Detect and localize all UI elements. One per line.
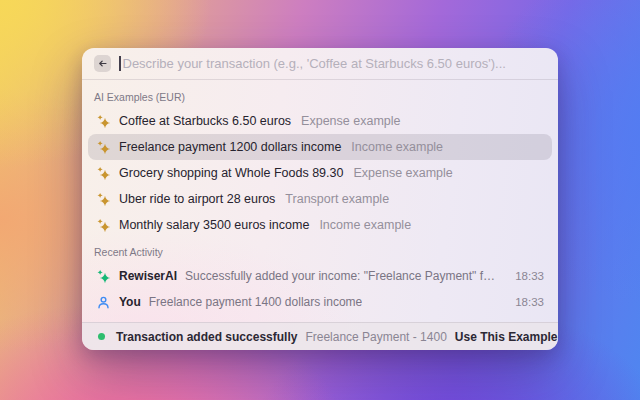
results-list: AI Examples (EUR) Coffee at Starbucks 6.… bbox=[82, 80, 558, 322]
activity-message: Successfully added your income: "Freelan… bbox=[185, 269, 499, 283]
list-item-uber[interactable]: Uber ride to airport 28 euros Transport … bbox=[88, 186, 552, 212]
activity-message: Freelance payment 1400 dollars income bbox=[149, 295, 362, 309]
item-subtitle: Transport example bbox=[285, 192, 389, 206]
arrow-left-icon bbox=[97, 58, 108, 69]
status-footer: Transaction added successfully Freelance… bbox=[82, 322, 558, 350]
activity-sender: RewiserAI bbox=[119, 269, 177, 283]
search-bar bbox=[82, 48, 558, 80]
transaction-input[interactable] bbox=[123, 56, 547, 71]
status-detail: Freelance Payment - 1400 bbox=[305, 330, 446, 344]
item-title: Monthly salary 3500 euros income bbox=[119, 218, 309, 232]
item-subtitle: Income example bbox=[319, 218, 411, 232]
activity-sender: You bbox=[119, 295, 141, 309]
item-title: Uber ride to airport 28 euros bbox=[119, 192, 275, 206]
sparkles-icon bbox=[96, 192, 111, 207]
item-title: Grocery shopping at Whole Foods 89.30 bbox=[119, 166, 343, 180]
item-subtitle: Income example bbox=[351, 140, 443, 154]
activity-time: 18:33 bbox=[507, 296, 544, 308]
text-caret bbox=[119, 56, 121, 71]
status-text: Transaction added successfully bbox=[116, 330, 297, 344]
use-this-example-button[interactable]: Use This Example bbox=[455, 330, 558, 344]
activity-time: 18:33 bbox=[507, 270, 544, 282]
sparkles-icon bbox=[96, 218, 111, 233]
desktop-background: AI Examples (EUR) Coffee at Starbucks 6.… bbox=[0, 0, 640, 400]
sparkles-icon bbox=[96, 140, 111, 155]
sparkles-icon bbox=[96, 114, 111, 129]
list-item-grocery[interactable]: Grocery shopping at Whole Foods 89.30 Ex… bbox=[88, 160, 552, 186]
item-title: Coffee at Starbucks 6.50 euros bbox=[119, 114, 291, 128]
command-palette-window: AI Examples (EUR) Coffee at Starbucks 6.… bbox=[82, 48, 558, 350]
sparkles-green-icon bbox=[96, 269, 111, 284]
section-title-ai-examples: AI Examples (EUR) bbox=[94, 91, 546, 103]
item-subtitle: Expense example bbox=[353, 166, 452, 180]
list-item-freelance[interactable]: Freelance payment 1200 dollars income In… bbox=[88, 134, 552, 160]
back-button[interactable] bbox=[94, 55, 111, 72]
activity-row-you[interactable]: You Freelance payment 1400 dollars incom… bbox=[88, 289, 552, 315]
user-icon bbox=[96, 295, 111, 310]
sparkles-icon bbox=[96, 166, 111, 181]
status-dot bbox=[98, 333, 105, 340]
footer-actions: Use This Example ↵ Actions ⌘ K bbox=[455, 328, 558, 345]
activity-row-rewiserai[interactable]: RewiserAI Successfully added your income… bbox=[88, 263, 552, 289]
list-item-salary[interactable]: Monthly salary 3500 euros income Income … bbox=[88, 212, 552, 238]
item-title: Freelance payment 1200 dollars income bbox=[119, 140, 341, 154]
list-item-coffee[interactable]: Coffee at Starbucks 6.50 euros Expense e… bbox=[88, 108, 552, 134]
item-subtitle: Expense example bbox=[301, 114, 400, 128]
section-title-recent-activity: Recent Activity bbox=[94, 246, 546, 258]
